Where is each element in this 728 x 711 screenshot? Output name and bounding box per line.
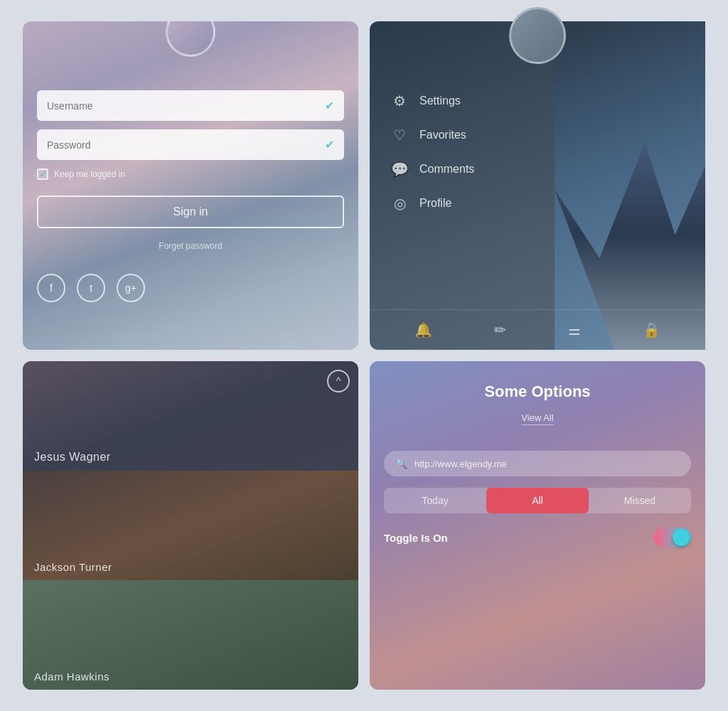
comments-label: Comments (419, 163, 474, 176)
toggle-row: Toggle Is On (384, 528, 691, 547)
menu-item-profile[interactable]: ◎ Profile (391, 195, 684, 212)
settings-icon: ⚙ (391, 92, 408, 109)
keep-logged-checkbox[interactable]: ✔ (37, 169, 48, 180)
tab-all[interactable]: All (486, 488, 589, 513)
sliders-icon[interactable]: ⚌ (568, 321, 581, 338)
user-name-adam: Adam Hawkins (23, 663, 121, 690)
favorites-label: Favorites (419, 129, 466, 141)
facebook-icon[interactable]: f (37, 274, 65, 302)
view-all-link[interactable]: View All (521, 412, 553, 425)
profile-label: Profile (419, 197, 451, 210)
notification-icon[interactable]: 🔔 (414, 321, 432, 338)
login-form: ✔ ✔ ✔ Keep me logged in Sign in Forget p… (37, 90, 344, 302)
password-icon: ✔ (325, 138, 334, 151)
favorites-icon: ♡ (391, 127, 408, 144)
toggle-label: Toggle Is On (384, 532, 448, 544)
username-icon: ✔ (325, 99, 334, 112)
edit-icon[interactable]: ✏ (494, 321, 506, 338)
users-panel: ^ Jesus Wagner Jackson Turner Adam Hawki… (23, 361, 358, 690)
profile-icon: ◎ (391, 195, 408, 212)
options-panel: Some Options View All 🔍 http://www.elgen… (370, 361, 705, 690)
google-plus-icon[interactable]: g+ (117, 274, 145, 302)
keep-logged-label: Keep me logged in (54, 169, 125, 179)
keep-logged-row: ✔ Keep me logged in (37, 169, 344, 180)
settings-label: Settings (419, 95, 461, 107)
user-name-jesus: Jesus Wagner (23, 444, 122, 471)
app-grid: ✔ ✔ ✔ Keep me logged in Sign in Forget p… (9, 7, 719, 704)
menu-item-settings[interactable]: ⚙ Settings (391, 92, 684, 109)
menu-bottom-bar: 🔔 ✏ ⚌ 🔒 (370, 309, 705, 350)
chevron-up-icon[interactable]: ^ (327, 370, 350, 392)
tab-today[interactable]: Today (384, 488, 486, 513)
user-card-jesus[interactable]: ^ Jesus Wagner (23, 361, 358, 471)
menu-items-list: ⚙ Settings ♡ Favorites 💬 Comments ◎ Prof… (370, 78, 705, 309)
search-bar[interactable]: 🔍 http://www.elgendy.me (384, 451, 691, 476)
menu-item-favorites[interactable]: ♡ Favorites (391, 127, 684, 144)
tab-group: Today All Missed (384, 488, 691, 513)
options-title: Some Options (484, 383, 590, 401)
username-field-wrapper[interactable]: ✔ (37, 90, 344, 121)
login-panel: ✔ ✔ ✔ Keep me logged in Sign in Forget p… (23, 21, 358, 350)
forget-password-link[interactable]: Forget password (37, 241, 344, 251)
twitter-icon[interactable]: t (77, 274, 105, 302)
menu-panel: ⚙ Settings ♡ Favorites 💬 Comments ◎ Prof… (370, 21, 705, 350)
username-input[interactable] (47, 100, 325, 112)
search-url-text: http://www.elgendy.me (414, 459, 507, 469)
toggle-knob (673, 529, 690, 546)
search-icon: 🔍 (395, 458, 407, 469)
password-field-wrapper[interactable]: ✔ (37, 129, 344, 160)
comments-icon: 💬 (391, 161, 408, 178)
password-input[interactable] (47, 139, 325, 151)
menu-avatar (509, 7, 566, 64)
avatar (166, 21, 215, 57)
signin-button[interactable]: Sign in (37, 196, 344, 228)
menu-item-comments[interactable]: 💬 Comments (391, 161, 684, 178)
social-icons-row: f t g+ (37, 274, 344, 302)
user-name-jackson: Jackson Turner (23, 554, 124, 580)
toggle-switch[interactable] (654, 528, 691, 547)
user-card-jackson[interactable]: Jackson Turner (23, 471, 358, 580)
lock-icon[interactable]: 🔒 (643, 321, 660, 338)
user-card-adam[interactable]: Adam Hawkins (23, 580, 358, 690)
tab-missed[interactable]: Missed (589, 488, 691, 513)
